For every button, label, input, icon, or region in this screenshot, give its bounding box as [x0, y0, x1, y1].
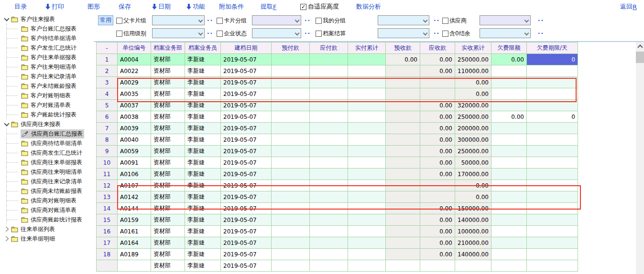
cell-receivable[interactable]	[420, 88, 455, 100]
chevron-right-icon[interactable]	[3, 235, 11, 242]
cell-person[interactable]: 李新婕	[185, 214, 221, 226]
cell-limit[interactable]	[491, 237, 526, 249]
cell-receivable[interactable]: 0.00	[420, 214, 455, 226]
cell-dept[interactable]: 资材部	[151, 180, 185, 191]
filter-more-dots[interactable]: ··	[305, 30, 311, 37]
cell-date[interactable]: 2019-05-07	[221, 123, 272, 134]
tree-item-body[interactable]: 客户账龄统计报表	[21, 110, 78, 119]
cell-date[interactable]: 2019-05-07	[221, 260, 272, 272]
table-row[interactable]: 8A0040资材部李新婕2019-05-070.00300000.00	[97, 134, 578, 146]
cell-days[interactable]	[526, 226, 578, 237]
cell-code[interactable]: A0037	[118, 100, 151, 111]
cell-dept[interactable]: 资材部	[151, 100, 185, 111]
sidebar-item[interactable]: 供应商未结账龄报表	[0, 186, 94, 196]
cell-days[interactable]	[526, 169, 578, 180]
sidebar-item[interactable]: 供应商往来明细清单	[0, 167, 94, 177]
cell-recv_total[interactable]: 250000.00	[455, 54, 491, 65]
cell-prepay[interactable]	[272, 134, 310, 146]
cell-prerecv[interactable]	[386, 65, 420, 77]
filter-checkbox-group[interactable]: 供应商	[442, 17, 467, 25]
cell-date[interactable]: 2019-05-07	[221, 180, 272, 191]
cell-person[interactable]: 李新婕	[185, 157, 221, 169]
tree-item-body[interactable]: 客户往来记录清单	[21, 72, 78, 81]
cell-dept[interactable]: 资材部	[151, 134, 185, 146]
cell-paid_total[interactable]	[348, 65, 386, 77]
cell-receivable[interactable]: 0.00	[420, 100, 455, 111]
col-header-dept[interactable]: 档案业务部	[151, 42, 185, 54]
cell-dept[interactable]: 资材部	[151, 203, 185, 214]
cell-recv_total[interactable]: 300000.00	[455, 134, 491, 146]
sidebar-item[interactable]: 往来单据列表	[0, 224, 94, 234]
cell-receivable[interactable]: 0.00	[420, 65, 455, 77]
checkbox-icon[interactable]	[316, 18, 322, 24]
cell-receivable[interactable]	[420, 191, 455, 203]
cell-payable[interactable]	[310, 203, 348, 214]
tree-item-body[interactable]: 客户往来明细清单	[21, 63, 78, 72]
cell-limit[interactable]	[491, 226, 526, 237]
cell-code[interactable]: A0038	[118, 111, 151, 123]
cell-days[interactable]	[526, 134, 578, 146]
tree-item-body[interactable]: 客户往来单据报表	[21, 53, 78, 62]
table-row[interactable]: 14A0144资材部李新婕2019-05-070.00150000.00	[97, 203, 578, 214]
cell-limit[interactable]: 0.00	[491, 54, 526, 65]
cell-date[interactable]: 2019-05-07	[221, 88, 272, 100]
scroll-up-icon[interactable]	[636, 42, 644, 51]
cell-recv_total[interactable]: 200000.00	[455, 123, 491, 134]
cell-num[interactable]: 17	[97, 237, 118, 249]
cell-paid_total[interactable]	[348, 169, 386, 180]
cell-receivable[interactable]	[420, 260, 455, 272]
cell-num[interactable]: 18	[97, 249, 118, 260]
cell-dept[interactable]: 资材部	[151, 88, 185, 100]
cell-recv_total[interactable]	[455, 260, 491, 272]
cell-code[interactable]: A0029	[118, 77, 151, 88]
cell-paid_total[interactable]	[348, 237, 386, 249]
scrollbar-thumb[interactable]	[636, 52, 644, 63]
cell-limit[interactable]	[491, 157, 526, 169]
cell-code[interactable]: A0159	[118, 214, 151, 226]
cell-date[interactable]: 2019-05-07	[221, 134, 272, 146]
cell-prerecv[interactable]	[386, 237, 420, 249]
cell-days[interactable]	[526, 77, 578, 88]
cell-num[interactable]: 2	[97, 65, 118, 77]
cell-recv_total[interactable]: 110000.00	[455, 65, 491, 77]
cell-payable[interactable]	[310, 111, 348, 123]
filter-more-dots[interactable]: ··	[434, 30, 440, 37]
cell-dept[interactable]: 资材部	[151, 260, 185, 272]
cell-receivable[interactable]: 0.00	[420, 146, 455, 157]
cell-payable[interactable]	[310, 134, 348, 146]
sidebar-item[interactable]: 供应商账龄统计报表	[0, 215, 94, 224]
col-header-paid_total[interactable]: 实付累计	[348, 42, 386, 54]
cell-receivable[interactable]: 0.00	[420, 134, 455, 146]
cell-receivable[interactable]: 0.00	[420, 203, 455, 214]
filter-dropdown[interactable]	[480, 15, 531, 25]
filter-more-dots[interactable]: ··	[207, 17, 213, 24]
cell-recv_total[interactable]: 0.00	[455, 191, 491, 203]
cell-paid_total[interactable]	[348, 214, 386, 226]
tree-item-body[interactable]: 供应商台账汇总报表	[21, 129, 84, 138]
cell-prepay[interactable]	[272, 65, 310, 77]
table-row[interactable]: 2A0022资材部李新婕2019-05-070.00110000.00	[97, 65, 578, 77]
cell-recv_total[interactable]: 0.00	[455, 88, 491, 100]
cell-recv_total[interactable]: 0.00	[455, 180, 491, 191]
cell-code[interactable]: A0107	[118, 180, 151, 191]
col-header-days[interactable]: 欠费期限/天	[526, 42, 578, 54]
cell-payable[interactable]	[310, 180, 348, 191]
cell-code[interactable]: A0144	[118, 203, 151, 214]
tree-item-body[interactable]: 供应商往来报表	[11, 120, 62, 129]
cell-num[interactable]: 16	[97, 226, 118, 237]
table-row-partial[interactable]: 资材部李新婕2019-05-07	[97, 260, 578, 272]
sidebar-item[interactable]: 供应商对账清单表	[0, 205, 94, 215]
cell-recv_total[interactable]: 50000.00	[455, 157, 491, 169]
tree-item-body[interactable]: 客户对账明细表	[21, 91, 72, 100]
cell-payable[interactable]	[310, 214, 348, 226]
sidebar-item[interactable]: 客户往来报表	[0, 14, 94, 24]
checkbox-icon[interactable]	[116, 31, 122, 37]
cell-num[interactable]: 11	[97, 169, 118, 180]
cell-limit[interactable]	[491, 88, 526, 100]
cell-paid_total[interactable]	[348, 123, 386, 134]
cell-receivable[interactable]	[420, 180, 455, 191]
cell-dept[interactable]: 资材部	[151, 157, 185, 169]
menu-item-catalog[interactable]: 目录	[14, 2, 27, 11]
cell-paid_total[interactable]	[348, 157, 386, 169]
cell-limit[interactable]	[491, 123, 526, 134]
